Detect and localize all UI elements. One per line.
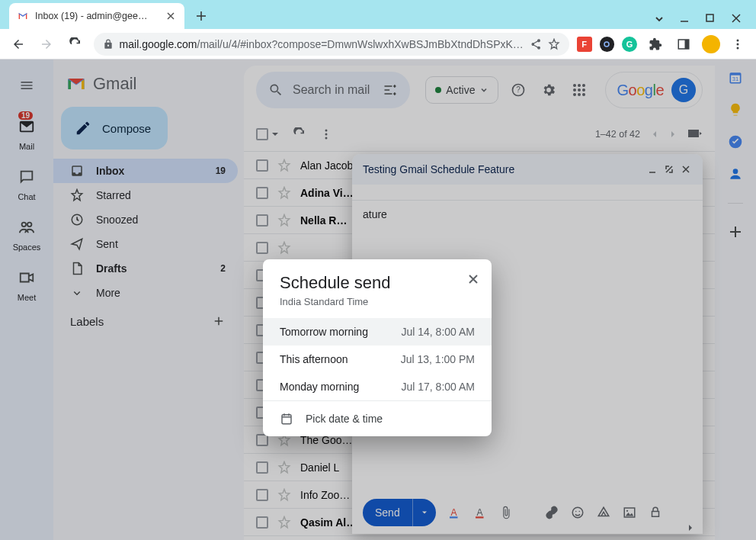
modal-title: Schedule send [280, 273, 475, 293]
modal-subtitle: India Standard Time [280, 296, 475, 307]
option-label: Monday morning [280, 381, 359, 393]
app-content: 19 Mail Chat Spaces Meet Gmail Compose I… [0, 59, 756, 540]
minimize-icon[interactable] [680, 14, 694, 24]
maximize-icon[interactable] [706, 14, 719, 24]
svg-rect-3 [685, 40, 689, 49]
pick-date-time-button[interactable]: Pick date & time [263, 400, 492, 436]
schedule-send-modal: Schedule send India Standard Time Tomorr… [263, 259, 492, 436]
svg-point-5 [737, 43, 739, 45]
gmail-favicon [17, 10, 29, 22]
option-label: This afternoon [280, 353, 348, 365]
browser-titlebar: Inbox (19) - admin@gee… [0, 0, 756, 29]
svg-point-1 [604, 42, 609, 47]
bookmark-icon[interactable] [548, 38, 560, 50]
schedule-option[interactable]: This afternoonJul 13, 1:00 PM [263, 346, 492, 373]
sidepanel-icon[interactable] [673, 34, 694, 55]
lock-icon [103, 39, 114, 50]
close-modal-button[interactable] [467, 273, 479, 285]
pick-date-label: Pick date & time [306, 413, 383, 425]
close-icon[interactable] [732, 14, 745, 24]
option-time: Jul 17, 8:00 AM [401, 381, 475, 393]
schedule-option[interactable]: Monday morningJul 17, 8:00 AM [263, 373, 492, 400]
browser-toolbar: mail.google.com/mail/u/4/#inbox?compose=… [0, 29, 756, 59]
schedule-option[interactable]: Tomorrow morningJul 14, 8:00 AM [263, 318, 492, 346]
extension-flipboard-icon[interactable]: F [577, 37, 592, 52]
extension-circle-icon[interactable] [600, 37, 615, 52]
extensions-icon[interactable] [645, 34, 666, 55]
svg-rect-0 [706, 14, 713, 21]
svg-point-4 [737, 39, 739, 41]
browser-tab[interactable]: Inbox (19) - admin@gee… [9, 3, 184, 29]
reload-button[interactable] [65, 34, 86, 55]
svg-rect-40 [282, 415, 291, 424]
svg-point-6 [737, 47, 739, 49]
option-time: Jul 13, 1:00 PM [401, 353, 475, 365]
tab-close-icon[interactable] [165, 10, 177, 22]
chevron-down-icon[interactable] [654, 14, 668, 24]
profile-avatar[interactable] [702, 35, 720, 53]
address-bar[interactable]: mail.google.com/mail/u/4/#inbox?compose=… [94, 33, 569, 56]
back-button[interactable] [8, 34, 29, 55]
calendar-icon [280, 412, 293, 426]
url-text: mail.google.com/mail/u/4/#inbox?compose=… [120, 38, 524, 50]
option-label: Tomorrow morning [280, 326, 368, 338]
tab-title: Inbox (19) - admin@gee… [35, 11, 159, 21]
option-time: Jul 14, 8:00 AM [401, 326, 475, 338]
extension-grammarly-icon[interactable]: G [622, 37, 637, 52]
forward-button[interactable] [37, 34, 58, 55]
new-tab-button[interactable] [191, 5, 212, 27]
share-icon[interactable] [530, 38, 542, 50]
menu-icon[interactable] [728, 34, 749, 55]
window-controls [654, 14, 756, 24]
